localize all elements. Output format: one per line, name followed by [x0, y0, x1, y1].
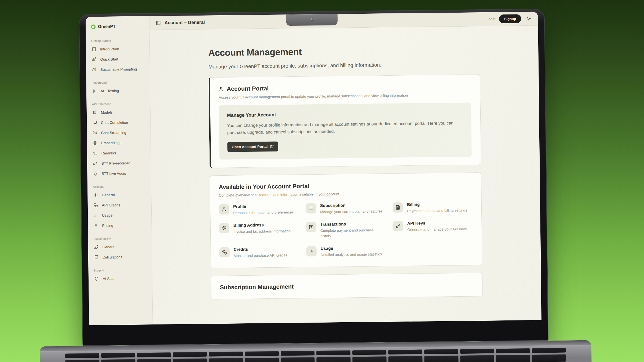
- keyboard-key: [101, 353, 135, 358]
- leaf-icon: [94, 245, 98, 249]
- sidebar-item-sustainability-general[interactable]: General: [93, 241, 148, 252]
- feature-title: Profile: [233, 204, 294, 209]
- broadcast-icon: [93, 131, 97, 135]
- feature-title: Usage: [321, 245, 382, 251]
- sidebar-item-label: API Testing: [101, 89, 119, 93]
- rocket-icon: [92, 57, 96, 61]
- sidebar-section-label-api-reference: API Reference: [92, 102, 147, 106]
- keyboard-key: [424, 356, 458, 362]
- sidebar-toggle-button[interactable]: [156, 20, 161, 25]
- sidebar-item-label: Introduction: [100, 47, 119, 51]
- sidebar-item-label: Calculations: [103, 255, 122, 259]
- login-link[interactable]: Login: [486, 17, 495, 21]
- brand-logo-icon: [91, 24, 96, 29]
- manage-account-body: You can change your profile information …: [227, 120, 463, 136]
- feature-icon-tile: [219, 223, 229, 233]
- manage-account-title: Manage Your Account: [227, 110, 463, 118]
- sidebar-section-label-sustainability: Sustainability: [93, 237, 148, 240]
- sidebar-item-api-reference-chat-streaming[interactable]: Chat Streaming: [92, 127, 147, 138]
- sidebar-item-label: Models: [101, 110, 113, 114]
- key-icon: [396, 224, 401, 228]
- feature-icon-tile: [306, 203, 316, 213]
- user-icon: [219, 86, 224, 91]
- feature-item-credits: CreditsMonitor and purchase API credits: [219, 246, 299, 258]
- sidebar-item-api-reference-reranker[interactable]: Reranker: [92, 147, 147, 158]
- sidebar-item-api-reference-embeddings[interactable]: Embeddings: [92, 137, 147, 148]
- sidebar-nav: Getting StartedIntroductionQuick StartSu…: [91, 39, 149, 284]
- sidebar-item-label: STT Pre-recorded: [101, 161, 130, 165]
- sidebar-item-api-reference-stt-live-audio[interactable]: STT Live Audio: [92, 168, 148, 179]
- page-breadcrumb-title: Account – General: [164, 20, 205, 25]
- sidebar-item-label: Quick Start: [100, 57, 118, 61]
- sidebar-item-label: Usage: [102, 213, 112, 217]
- feature-title: Credits: [234, 246, 287, 252]
- page-content: Account Management Manage your GreenPT a…: [149, 26, 541, 324]
- dollar-icon: [94, 223, 98, 228]
- laptop-screen-bezel: GreenPT Getting StartedIntroductionQuick…: [79, 9, 548, 346]
- keyboard-key: [316, 350, 350, 355]
- sidebar-item-playground-api-testing[interactable]: API Testing: [91, 85, 147, 96]
- document-icon: [396, 205, 400, 210]
- sidebar-item-sustainability-calculations[interactable]: Calculations: [93, 252, 149, 262]
- manage-account-panel: Manage Your Account You can change your …: [219, 102, 472, 159]
- sidebar-item-label: Sustainable Prompting: [100, 67, 137, 72]
- sidebar-item-getting-started-quick-start[interactable]: Quick Start: [91, 54, 146, 64]
- sidebar-section-label-getting-started: Getting Started: [91, 39, 146, 42]
- keyboard-key: [460, 349, 494, 354]
- keyboard-key: [209, 358, 243, 362]
- sidebar-item-api-reference-chat-completion[interactable]: Chat Completion: [92, 117, 147, 128]
- keyboard-key: [496, 348, 530, 353]
- sidebar-item-support-ai-scan[interactable]: AI Scan: [93, 273, 149, 284]
- features-grid: ProfilePersonal information and preferen…: [219, 201, 473, 259]
- feature-item-billing-address: Billing AddressInvoice and tax address i…: [219, 222, 299, 240]
- feature-title: API Keys: [407, 220, 467, 226]
- account-portal-card: Account Portal Access your full account …: [208, 74, 481, 168]
- sidebar-item-account-api-credits[interactable]: API Credits: [93, 200, 148, 210]
- theme-toggle-button[interactable]: [526, 16, 531, 21]
- sidebar-item-label: General: [102, 245, 115, 249]
- map-pin-icon: [222, 226, 227, 231]
- open-account-portal-button[interactable]: Open Account Portal: [227, 141, 278, 152]
- sidebar: GreenPT Getting StartedIntroductionQuick…: [86, 16, 153, 325]
- coins-icon: [222, 250, 227, 255]
- feature-description: Complete payment and purchase history: [320, 227, 383, 239]
- brand-name: GreenPT: [98, 24, 116, 29]
- sidebar-item-getting-started-introduction[interactable]: Introduction: [91, 43, 146, 54]
- feature-item-billing: BillingPayment methods and billing setti…: [393, 201, 473, 214]
- sidebar-item-label: Chat Streaming: [101, 131, 126, 135]
- coins-icon: [94, 203, 98, 207]
- signup-button[interactable]: Signup: [499, 14, 521, 23]
- page-title: Account Management: [208, 45, 480, 58]
- sidebar-item-api-reference-models[interactable]: Models: [92, 107, 147, 117]
- shield-icon: [94, 276, 99, 281]
- sidebar-item-account-pricing[interactable]: Pricing: [93, 220, 148, 231]
- desktop-background: GreenPT Getting StartedIntroductionQuick…: [0, 0, 644, 362]
- laptop-mockup: GreenPT Getting StartedIntroductionQuick…: [79, 9, 555, 362]
- sidebar-item-api-reference-stt-pre-recorded[interactable]: STT Pre-recorded: [92, 158, 148, 168]
- feature-icon-tile: [306, 222, 316, 232]
- account-portal-title: Account Portal: [227, 85, 269, 93]
- sidebar-item-label: General: [102, 193, 115, 197]
- webcam-icon: [310, 18, 313, 21]
- keyboard-key: [388, 350, 422, 354]
- keyboard-key: [388, 356, 422, 362]
- cpu-icon: [93, 110, 97, 114]
- sidebar-item-getting-started-sustainable-prompting[interactable]: Sustainable Prompting: [91, 64, 147, 75]
- sidebar-item-label: Embeddings: [101, 141, 121, 145]
- brand-logo[interactable]: GreenPT: [90, 21, 146, 33]
- feature-description: Manage your current plan and features: [320, 209, 383, 215]
- sidebar-item-label: STT Live Audio: [101, 171, 126, 176]
- chat-icon: [93, 120, 97, 125]
- topbar-spacer: [208, 19, 483, 22]
- feature-icon-tile: [306, 246, 317, 256]
- feature-title: Billing Address: [233, 222, 291, 228]
- feature-description: Personal information and preferences: [233, 210, 294, 216]
- keyboard-key: [352, 350, 386, 355]
- feature-item-usage: UsageDetailed analytics and usage statis…: [306, 245, 386, 258]
- feature-icon-tile: [393, 202, 403, 212]
- sidebar-item-account-general[interactable]: General: [92, 189, 148, 200]
- keyboard-key: [173, 352, 207, 357]
- main-column: Account – General Login Signup Account M…: [149, 12, 541, 324]
- sidebar-item-account-usage[interactable]: Usage: [93, 210, 148, 220]
- keyboard-key: [173, 359, 207, 362]
